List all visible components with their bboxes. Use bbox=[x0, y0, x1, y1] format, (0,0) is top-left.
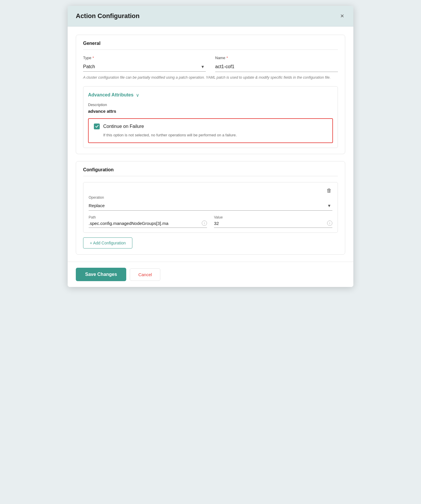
advanced-attrs-title: Advanced Attributes bbox=[88, 92, 134, 98]
configuration-section-title: Configuration bbox=[83, 167, 338, 176]
continue-failure-description: If this option is not selected, no furth… bbox=[103, 132, 327, 138]
type-required-star: * bbox=[92, 56, 94, 60]
type-select-wrapper: Patch ▼ bbox=[83, 62, 206, 72]
modal-header: Action Configuration × bbox=[68, 6, 353, 27]
continue-on-failure-box: Continue on Failure If this option is no… bbox=[88, 118, 333, 143]
patch-description: A cluster configuration file can be part… bbox=[83, 75, 338, 80]
continue-failure-checkbox[interactable] bbox=[94, 124, 100, 129]
config-item-header: 🗑 bbox=[89, 187, 332, 194]
general-section: General Type * Patch ▼ bbox=[76, 35, 345, 154]
add-config-label: + Add Configuration bbox=[90, 241, 126, 245]
save-changes-button[interactable]: Save Changes bbox=[76, 268, 126, 281]
close-button[interactable]: × bbox=[339, 12, 345, 20]
value-input[interactable] bbox=[214, 221, 325, 226]
continue-failure-row: Continue on Failure bbox=[94, 124, 327, 129]
type-name-row: Type * Patch ▼ Name * bbox=[83, 56, 338, 72]
name-group: Name * bbox=[215, 56, 338, 72]
chevron-down-icon: ∨ bbox=[136, 92, 139, 98]
modal-title: Action Configuration bbox=[76, 12, 140, 20]
delete-config-button[interactable]: 🗑 bbox=[326, 187, 332, 194]
operation-label: Operation bbox=[89, 195, 332, 200]
add-configuration-button[interactable]: + Add Configuration bbox=[83, 237, 132, 249]
trash-icon: 🗑 bbox=[327, 188, 332, 193]
config-item-card: 🗑 Operation Replace Add Remove ▼ bbox=[83, 182, 338, 233]
path-label: Path bbox=[89, 215, 207, 219]
path-group: Path i bbox=[89, 215, 207, 228]
name-input[interactable] bbox=[215, 62, 338, 72]
operation-group: Operation Replace Add Remove ▼ bbox=[89, 195, 332, 211]
description-label: Description bbox=[88, 103, 333, 107]
general-section-title: General bbox=[83, 41, 338, 50]
value-input-wrapper: i bbox=[214, 221, 332, 228]
modal-body: General Type * Patch ▼ bbox=[68, 27, 353, 262]
cancel-button[interactable]: Cancel bbox=[130, 268, 160, 281]
action-configuration-modal: Action Configuration × General Type * Pa… bbox=[68, 6, 353, 287]
type-label: Type * bbox=[83, 56, 206, 60]
type-group: Type * Patch ▼ bbox=[83, 56, 206, 72]
operation-select[interactable]: Replace Add Remove bbox=[89, 201, 332, 211]
path-input[interactable] bbox=[89, 221, 200, 226]
path-value-row: Path i Value i bbox=[89, 215, 332, 228]
modal-footer: Save Changes Cancel bbox=[68, 262, 353, 287]
type-select[interactable]: Patch bbox=[83, 62, 206, 72]
path-input-wrapper: i bbox=[89, 221, 207, 228]
path-info-icon[interactable]: i bbox=[202, 221, 207, 226]
operation-select-wrapper: Replace Add Remove ▼ bbox=[89, 201, 332, 211]
name-required-star: * bbox=[227, 56, 228, 60]
continue-failure-label: Continue on Failure bbox=[103, 124, 144, 129]
description-value: advance attrs bbox=[88, 109, 333, 114]
value-label: Value bbox=[214, 215, 332, 219]
value-group: Value i bbox=[214, 215, 332, 228]
configuration-section: Configuration 🗑 Operation Replace Add bbox=[76, 161, 345, 255]
value-info-icon[interactable]: i bbox=[327, 221, 332, 226]
advanced-attrs-toggle[interactable]: Advanced Attributes ∨ bbox=[88, 92, 333, 98]
name-label: Name * bbox=[215, 56, 338, 60]
